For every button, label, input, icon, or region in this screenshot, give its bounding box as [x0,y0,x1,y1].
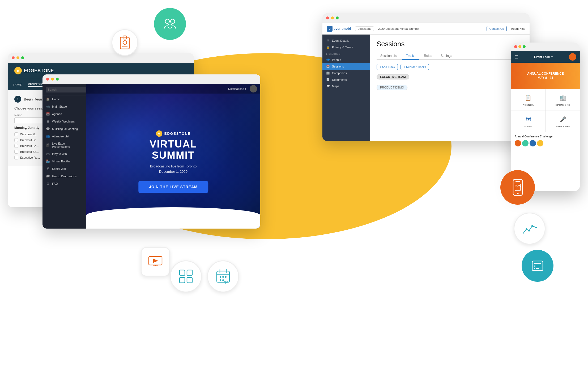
libraries-section-label: LIBRARIES [322,50,370,56]
svg-point-2 [168,24,172,28]
nav-multilingual-label: Multilingual Meeting [52,127,78,130]
mobile-grid-maps[interactable]: 🗺 MAPS [511,111,546,132]
mobile-challenge-section: Annual Conference Challenge [511,132,580,149]
sidebar-maps[interactable]: 🗺 Maps [322,83,370,89]
reorder-tracks-button[interactable]: + Reorder Tracks [400,64,429,70]
dot-green [21,56,24,59]
nav-live-expo[interactable]: 🎬 Live Expo Presentations [42,140,86,150]
sidebar-sessions[interactable]: 📅 Sessions [322,63,370,70]
org-selector[interactable]: Edgestone [355,26,374,31]
people-label: People [332,58,341,61]
join-live-stream-button[interactable]: JOIN THE LIVE STREAM [138,181,208,193]
speakers-grid-label: SPEAKERS [556,125,570,128]
mobile-grid-speakers[interactable]: 🎤 SPEAKERS [546,111,580,132]
admin-sidebar: ⚙ Event Details 🔒 Privacy & Terms LIBRAR… [322,35,370,141]
nav-virtual-booths-label: Virtual Booths [52,160,70,163]
nav-home[interactable]: 🏠 Home [42,95,86,103]
sponsors-grid-label: SPONSORS [556,104,570,106]
list-icon [522,250,553,282]
nav-home-label: Home [52,98,60,101]
dot-yellow-main [51,78,54,81]
sidebar-people[interactable]: 👥 People [322,56,370,63]
checkbox-4[interactable] [14,150,18,154]
sponsors-grid-icon: 🏢 [559,94,567,102]
nav-social-wall-label: Social Wall [52,167,66,170]
agenda-grid-icon: 📋 [524,94,532,102]
svg-rect-12 [187,270,192,275]
checkbox-3[interactable] [14,144,18,148]
nav-group-discussions[interactable]: 💭 Group Discussions [42,172,86,180]
nav-play-to-win[interactable]: 🎮 Play to Win [42,150,86,158]
sidebar-event-details[interactable]: ⚙ Event Details [322,37,370,44]
dot-yellow-mobile [518,45,521,48]
tab-settings[interactable]: Settings [437,52,456,60]
nav-group-discussions-label: Group Discussions [52,175,76,178]
nav-agenda[interactable]: 📅 Agenda [42,110,86,118]
discussion-icon: 💭 [46,174,50,178]
executive-team-badge[interactable]: EXECUTIVE TEAM [377,74,409,79]
notifications-button[interactable]: Notifications ▾ [228,87,246,91]
maps-icon: 🗺 [326,85,330,88]
sidebar-documents[interactable]: 📄 Documents [322,76,370,83]
product-demo-badge[interactable]: PRODUCT DEMO [377,85,407,90]
nav-virtual-booths[interactable]: 🏪 Virtual Booths [42,158,86,165]
svg-point-35 [534,268,535,269]
nav-social-wall[interactable]: # Social Wall [42,165,86,172]
svg-marker-8 [153,259,158,263]
tab-tracks[interactable]: Tracks [402,52,419,60]
nav-main-stage[interactable]: 📹 Main Stage [42,103,86,110]
nav-register[interactable]: REGISTER [28,83,43,87]
nav-faq-label: FAQ [52,182,58,185]
tab-session-list[interactable]: Session List [377,52,401,60]
event-title-label: 2020 Edgestone Virtual Summit [378,27,419,30]
hero-brand: e EDGESTONE [130,130,217,137]
sessions-icon: 📅 [326,65,330,68]
event-details-label: Event Details [332,39,349,42]
svg-rect-14 [187,277,192,283]
user-avatar[interactable] [250,85,257,92]
mobile-dropdown-icon[interactable]: ▼ [551,56,553,58]
settings-icon: ⚙ [326,39,330,42]
hero-content: e EDGESTONE VIRTUAL SUMMIT Broadcasting … [130,130,217,193]
track-product-demo: PRODUCT DEMO [377,83,523,90]
hero-logo-icon: e [156,130,162,137]
sidebar-search-input[interactable] [46,87,86,92]
svg-point-19 [220,276,221,278]
nav-home[interactable]: HOME [13,83,22,86]
dot-yellow [16,56,19,59]
admin-topbar: e eventmobi Edgestone 2020 Edgestone Vir… [322,23,530,35]
dot-green-main [56,78,59,81]
nav-attendee-list[interactable]: 👥 Attendee List [42,133,86,140]
dot-green-admin [336,16,339,19]
reg-logo-icon: e [14,67,22,74]
svg-point-31 [535,227,537,228]
mobile-grid-sponsors[interactable]: 🏢 SPONSORS [546,89,580,111]
contact-us-button[interactable]: Contact Us [487,26,507,31]
badge-icon [112,29,138,56]
nav-webinars[interactable]: 🖥 Weekly Webinars [42,118,86,125]
challenge-avatar-4 [537,140,543,146]
dot-yellow-admin [331,16,334,19]
mobile-grid-agenda[interactable]: 📋 AGENDA [511,89,546,111]
svg-point-0 [165,19,169,23]
tab-roles[interactable]: Roles [420,52,436,60]
mobile-menu-icon[interactable]: ☰ [515,54,518,60]
sidebar-privacy-terms[interactable]: 🔒 Privacy & Terms [322,44,370,50]
nav-faq[interactable]: ⚙ FAQ [42,180,86,187]
add-track-button[interactable]: + Add Track [377,64,398,70]
app-sidebar-header: ☰ [42,84,86,95]
tracks-action-bar: + Add Track + Reorder Tracks [377,64,523,70]
mobile-user-avatar[interactable] [569,53,576,61]
checkbox-5[interactable] [14,156,18,159]
sessions-page-title: Sessions [377,40,523,48]
sidebar-companies[interactable]: 🏢 Companies [322,70,370,76]
screen-icon: 🖥 [46,120,50,123]
checkbox-2[interactable] [14,138,18,142]
admin-main: Sessions Session List Tracks Roles Setti… [370,35,530,141]
nav-multilingual[interactable]: 💬 Multilingual Meeting [42,125,86,133]
dot-red-admin [326,16,329,19]
mobile-topbar: ☰ Event Feed ▼ [511,51,580,63]
checkbox-1[interactable] [14,132,18,136]
session-5-label: Executive Re... [20,156,40,159]
svg-rect-11 [180,270,185,275]
